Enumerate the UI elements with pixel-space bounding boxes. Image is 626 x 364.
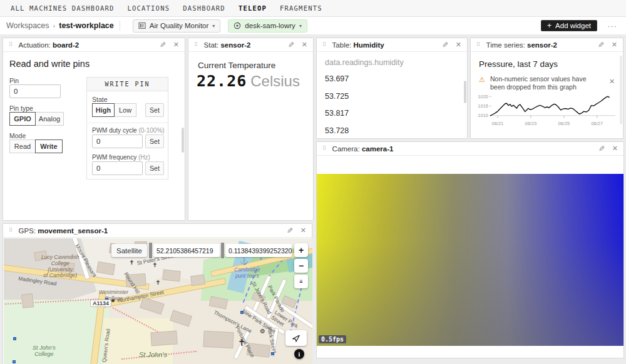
compass-reset-button[interactable]: ▲ ▼ [294, 275, 308, 288]
pin-type-label: Pin type [9, 104, 33, 112]
widget-header: ⠿ GPS: movement_sensor-1 ✎ ✕ [3, 224, 312, 238]
state-high-button[interactable]: High [92, 103, 115, 117]
edit-widget-button[interactable]: ✎ [160, 41, 166, 49]
edit-widget-button[interactable]: ✎ [287, 227, 293, 235]
table-row: 53.728 [325, 126, 349, 135]
edit-widget-button[interactable]: ✎ [288, 41, 294, 49]
machine-selector-dropdown[interactable]: desk-sam-lowry ▾ [228, 19, 307, 33]
stat-value-row: 22.26 Celsius [197, 72, 300, 90]
widget-title: Table: Humidity [332, 41, 384, 49]
svg-text:1010: 1010 [478, 113, 488, 118]
state-low-button[interactable]: Low [114, 103, 136, 117]
pwm-freq-set-button[interactable]: Set [145, 161, 164, 175]
write-pin-panel: WRITE PIN State High Low Set PWM duty cy… [86, 77, 168, 179]
stat-value: 22.26 [197, 72, 247, 90]
nav-tab-teleop[interactable]: TELEOP [239, 4, 267, 12]
svg-text:1020: 1020 [478, 94, 488, 99]
zoom-in-button[interactable]: + [294, 243, 308, 257]
scrollbar[interactable] [182, 128, 184, 153]
drag-handle-icon[interactable]: ⠿ [476, 42, 481, 48]
state-label: State [92, 96, 108, 103]
map-label: Lucy Cavendish College (University of Ca… [41, 255, 79, 279]
close-widget-button[interactable]: ✕ [456, 41, 461, 48]
dismiss-warning-button[interactable]: ✕ [609, 78, 615, 86]
pwm-duty-input[interactable] [92, 134, 143, 148]
widget-title: Stat: sensor-2 [204, 41, 251, 49]
coord-handle[interactable] [149, 243, 152, 258]
coord-handle[interactable] [221, 243, 224, 258]
map-label: Cambridge punt tours [234, 267, 260, 280]
breadcrumb-separator-icon: › [53, 22, 56, 29]
edit-widget-button[interactable]: ✎ [598, 145, 605, 153]
map-symbol-icon: ⚙ [260, 328, 265, 335]
map-symbol-icon: ✝ [155, 279, 160, 286]
nav-tab-fragments[interactable]: FRAGMENTS [280, 4, 322, 12]
fps-badge: 0.5fps [319, 335, 346, 343]
map-labels: Mount PleasantLucy Cavendish College (Un… [4, 238, 312, 364]
pwm-freq-label: PWM frequency (Hz) [92, 154, 150, 161]
widget-header: ⠿ Actuation: board-2 ✎ ✕ [3, 38, 185, 52]
map-attribution-button[interactable]: i [294, 349, 304, 359]
nav-tab-locations[interactable]: LOCATIONS [127, 4, 170, 12]
compass-south-icon: ▼ [299, 280, 304, 283]
close-widget-button[interactable]: ✕ [173, 41, 179, 48]
mode-read-button[interactable]: Read [9, 139, 36, 153]
map-symbol-icon: A1134 [90, 300, 111, 307]
longitude-input[interactable] [225, 244, 292, 257]
app-canvas: ALL MACHINES DASHBOARDLOCATIONSDASHBOARD… [0, 0, 626, 364]
satellite-toggle-button[interactable]: Satellite [111, 244, 147, 257]
toolbar-divider [120, 21, 120, 31]
pwm-freq-hint: (Hz) [138, 154, 150, 161]
drag-handle-icon[interactable]: ⠿ [322, 42, 327, 48]
close-widget-button[interactable]: ✕ [612, 145, 618, 152]
part-selector-label: Air Quality Monitor [150, 22, 209, 29]
mode-write-button[interactable]: Write [35, 139, 63, 153]
widget-title: Actuation: board-2 [19, 41, 80, 49]
nav-tab-dashboard[interactable]: DASHBOARD [183, 4, 225, 12]
close-widget-button[interactable]: ✕ [302, 41, 307, 48]
scrollbar[interactable] [464, 81, 466, 103]
camera-stream-image [317, 174, 623, 346]
gps-map[interactable]: Mount PleasantLucy Cavendish College (Un… [4, 238, 312, 364]
widget-timeseries: ⠿ Time series: sensor-2 ✎ ✕ Pressure, la… [470, 38, 623, 139]
latitude-input[interactable] [153, 244, 220, 257]
table-column-header: data.readings.humidity [325, 58, 404, 67]
drag-handle-icon[interactable]: ⠿ [322, 146, 327, 151]
more-menu-button[interactable]: ··· [607, 21, 617, 31]
breadcrumb-workspaces[interactable]: Workspaces [6, 21, 49, 30]
part-selector-dropdown[interactable]: Air Quality Monitor ▾ [133, 19, 221, 33]
zoom-out-button[interactable]: − [294, 259, 308, 273]
state-set-button[interactable]: Set [145, 103, 164, 117]
pin-input[interactable] [9, 84, 61, 98]
chart-title: Pressure, last 7 days [479, 59, 558, 69]
edit-widget-button[interactable]: ✎ [442, 41, 448, 49]
add-widget-label: Add widget [555, 22, 591, 29]
machine-icon [233, 22, 241, 29]
close-widget-button[interactable]: ✕ [300, 227, 306, 234]
nav-tab-all-machines-dashboard[interactable]: ALL MACHINES DASHBOARD [11, 4, 114, 12]
pwm-duty-set-button[interactable]: Set [145, 134, 164, 148]
widget-header: ⠿ Table: Humidity ✎ ✕ [317, 38, 467, 52]
widget-header: ⠿ Time series: sensor-2 ✎ ✕ [471, 38, 623, 52]
pin-type-analog-button[interactable]: Analog [35, 112, 64, 126]
scrollbar[interactable] [620, 56, 622, 124]
svg-text:06/27: 06/27 [591, 121, 603, 126]
pwm-freq-input[interactable] [92, 161, 143, 175]
drag-handle-icon[interactable]: ⠿ [9, 42, 13, 48]
drag-handle-icon[interactable]: ⠿ [194, 42, 198, 48]
locate-button[interactable] [285, 330, 307, 346]
panel-divider [87, 123, 168, 123]
drag-handle-icon[interactable]: ⠿ [9, 228, 13, 233]
add-widget-button[interactable]: + Add widget [541, 20, 597, 31]
pin-type-gpio-button[interactable]: GPIO [9, 112, 36, 126]
table-row: 53.817 [325, 109, 349, 118]
close-widget-button[interactable]: ✕ [612, 41, 617, 48]
svg-text:06/25: 06/25 [558, 121, 570, 126]
breadcrumb-current-workspace[interactable]: test-workplace [59, 21, 114, 30]
warning-icon: ⚠ [479, 76, 485, 84]
edit-widget-button[interactable]: ✎ [598, 41, 604, 49]
table-row: 53.725 [325, 92, 349, 101]
widget-title: Time series: sensor-2 [486, 41, 557, 49]
map-symbol-icon: ✝ [129, 259, 134, 266]
stat-label: Current Temperature [198, 61, 275, 70]
